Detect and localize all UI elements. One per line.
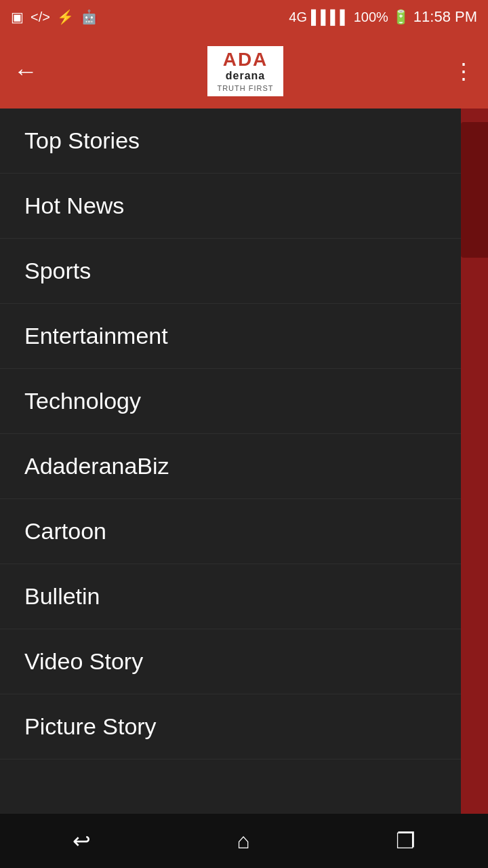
recent-nav-button[interactable]: ❐ [382, 821, 429, 861]
code-icon: </> [30, 9, 50, 25]
status-bar: ▣ </> ⚡ 🤖 4G ▌▌▌▌ 100% 🔋 11:58 PM [0, 0, 488, 34]
usb-icon: ⚡ [57, 9, 74, 25]
menu-item-bulletin[interactable]: Bulletin [0, 564, 461, 629]
menu-item-entertainment[interactable]: Entertainment [0, 304, 461, 369]
time-text: 11:58 PM [413, 8, 477, 26]
menu-item-hot-news[interactable]: Hot News [0, 174, 461, 239]
right-sidebar-hint [461, 108, 488, 814]
app-logo: ADA derana TRUTH FIRST [207, 46, 283, 96]
bottom-nav: ↩ ⌂ ❐ [0, 814, 488, 868]
battery-text: 100% [354, 9, 388, 25]
menu-item-cartoon[interactable]: Cartoon [0, 499, 461, 564]
home-nav-button[interactable]: ⌂ [223, 822, 263, 861]
menu-button[interactable]: ⋮ [453, 60, 474, 82]
logo-tagline-text: TRUTH FIRST [217, 84, 273, 92]
back-nav-button[interactable]: ↩ [59, 821, 104, 861]
logo-ada-text: ADA [223, 50, 268, 69]
signal-icon: ▌▌▌▌ [311, 9, 350, 25]
menu-item-video-story[interactable]: Video Story [0, 629, 461, 694]
status-info: 4G ▌▌▌▌ 100% 🔋 11:58 PM [289, 8, 477, 26]
logo-box: ADA derana TRUTH FIRST [207, 46, 283, 96]
back-button[interactable]: ← [14, 57, 38, 85]
menu-item-technology[interactable]: Technology [0, 369, 461, 434]
menu-item-sports[interactable]: Sports [0, 239, 461, 304]
battery-icon: 🔋 [392, 9, 409, 25]
android-icon: 🤖 [81, 9, 98, 25]
sidebar-image [461, 122, 488, 258]
menu-list: Top Stories Hot News Sports Entertainmen… [0, 108, 461, 814]
menu-item-top-stories[interactable]: Top Stories [0, 108, 461, 174]
screen-cast-icon: ▣ [11, 9, 24, 25]
menu-item-picture-story[interactable]: Picture Story [0, 694, 461, 760]
status-icons: ▣ </> ⚡ 🤖 [11, 9, 98, 25]
network-icon: 4G [289, 9, 307, 25]
logo-derana-text: derana [226, 69, 265, 82]
app-bar: ← ADA derana TRUTH FIRST ⋮ [0, 34, 488, 108]
menu-item-adaderana-biz[interactable]: AdaderanaBiz [0, 434, 461, 499]
